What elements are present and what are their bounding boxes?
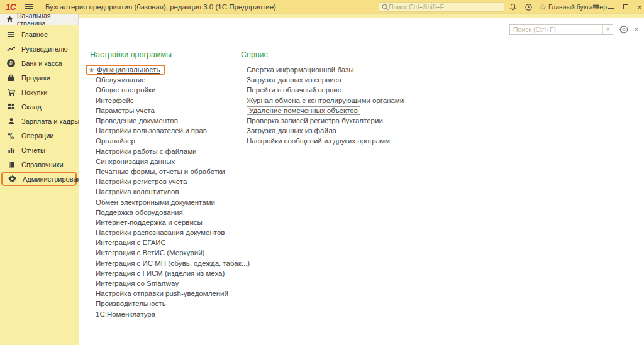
sidebar-item-label: Склад — [21, 103, 42, 111]
link-check-register-records[interactable]: Проверка записей регистра бухгалтерии — [247, 117, 383, 124]
notifications-bell-icon[interactable] — [506, 0, 519, 14]
ruble-coin-icon: ₽ — [6, 58, 16, 68]
sidebar-item-label: Отчеты — [21, 146, 45, 154]
sidebar-item-sales[interactable]: Продажи — [0, 70, 79, 85]
sidebar-item-purchases[interactable]: Покупки — [0, 85, 79, 99]
favorite-star-icon[interactable] — [89, 67, 94, 73]
link-functionality[interactable]: Функциональность — [97, 66, 160, 74]
sidebar-item-label: Операции — [21, 132, 53, 140]
link-load-from-file[interactable]: Загрузка данных из файла — [247, 127, 336, 134]
column-header: Сервис — [241, 50, 404, 59]
link-exchange-journal[interactable]: Журнал обмена с контролирующими органами — [247, 97, 404, 104]
link-edi-exchange[interactable]: Обмен электронными документами — [96, 199, 215, 206]
link-vetis-integration[interactable]: Интеграция с ВетИС (Меркурий) — [96, 249, 204, 256]
panel-search-input[interactable] — [510, 26, 602, 33]
sidebar-item-main[interactable]: Главное — [0, 27, 79, 41]
dt-kt-icon: ДтКт — [6, 131, 16, 140]
link-print-forms[interactable]: Печатные формы, отчеты и обработки — [96, 168, 225, 175]
link-messages-settings[interactable]: Настройки сообщений из других программ — [247, 137, 390, 145]
link-go-to-cloud[interactable]: Перейти в облачный сервис — [247, 86, 341, 94]
clear-search-icon[interactable]: × — [602, 25, 613, 34]
history-icon[interactable] — [521, 0, 535, 14]
home-icon — [6, 16, 13, 23]
link-users-rights[interactable]: Настройки пользователей и прав — [96, 127, 207, 134]
global-search-box[interactable] — [379, 2, 504, 12]
program-settings-column: Настройки программы Функциональность Обс… — [90, 50, 250, 319]
app-window: 1С Бухгалтерия предприятия (базовая), ре… — [0, 0, 644, 345]
panel-settings-gear-icon[interactable] — [618, 24, 630, 35]
home-tab-label: Начальная страница — [17, 12, 78, 27]
sidebar-item-references[interactable]: Справочники — [0, 157, 79, 172]
sidebar-item-salary-hr[interactable]: Зарплата и кадры — [0, 114, 79, 128]
search-icon — [382, 4, 389, 11]
maximize-button[interactable] — [619, 0, 633, 14]
window-title: Бухгалтерия предприятия (базовая), редак… — [45, 3, 276, 11]
sidebar-item-manager[interactable]: Руководителю — [0, 41, 79, 56]
link-egais-integration[interactable]: Интеграция с ЕГАИС — [96, 239, 166, 246]
favorites-star-icon[interactable]: ☆ — [536, 0, 550, 14]
link-interface[interactable]: Интерфейс — [96, 97, 134, 104]
open-windows-strip — [79, 14, 644, 18]
link-delete-marked-objects[interactable]: Удаление помеченных объектов — [247, 106, 360, 115]
service-menu-icon[interactable] — [589, 0, 602, 14]
list-lines-icon — [6, 30, 16, 39]
link-register-settings[interactable]: Настройки регистров учета — [96, 178, 187, 185]
sidebar-item-label: Продажи — [21, 74, 50, 82]
briefcase-icon — [6, 73, 16, 82]
column-header: Настройки программы — [90, 50, 250, 59]
global-search-input[interactable] — [389, 3, 501, 11]
link-file-settings[interactable]: Настройки работы с файлами — [96, 148, 197, 155]
main-menu-icon[interactable] — [25, 4, 33, 9]
link-push-notifications[interactable]: Настройка отправки push-уведомлений — [96, 290, 228, 297]
link-equipment-support[interactable]: Поддержка оборудования — [96, 209, 183, 216]
close-window-button[interactable]: × — [633, 0, 644, 14]
sidebar-item-administration[interactable]: Администрирование — [1, 172, 77, 186]
link-ismp-integration[interactable]: Интеграция с ИС МП (обувь, одежда, табак… — [96, 260, 250, 267]
section-sidebar: Главное Руководителю ₽ Банк и касса Прод… — [0, 25, 79, 345]
sidebar-item-reports[interactable]: Отчеты — [0, 143, 79, 157]
link-organizer[interactable]: Органайзер — [96, 137, 135, 145]
link-smartway-integration[interactable]: Интеграция со Smartway — [96, 280, 179, 287]
link-document-recognition[interactable]: Настройки распознавания документов — [96, 229, 225, 236]
service-column: Сервис Свертка информационной базы Загру… — [241, 50, 404, 146]
panel-search-box[interactable]: × — [509, 24, 613, 35]
sidebar-item-label: Руководителю — [21, 45, 67, 53]
link-load-from-service[interactable]: Загрузка данных из сервиса — [247, 76, 341, 84]
link-internet-support[interactable]: Интернет-поддержка и сервисы — [96, 219, 203, 226]
sidebar-item-bank-cash[interactable]: ₽ Банк и касса — [0, 56, 79, 70]
gear-icon — [7, 174, 18, 183]
trend-up-icon — [6, 44, 16, 53]
bar-chart-icon — [6, 145, 16, 155]
sidebar-item-label: Справочники — [21, 161, 64, 168]
link-1c-nomenclature[interactable]: 1С:Номенклатура — [96, 310, 155, 318]
minimize-button[interactable] — [604, 0, 618, 14]
sidebar-item-label: Покупки — [21, 89, 47, 96]
link-performance[interactable]: Производительность — [96, 300, 166, 307]
book-icon — [6, 160, 16, 169]
cart-icon — [6, 87, 16, 97]
panel-close-icon[interactable]: × — [631, 24, 642, 35]
sidebar-item-label: Банк и касса — [21, 60, 62, 67]
link-general-settings[interactable]: Общие настройки — [96, 86, 155, 94]
link-maintenance[interactable]: Обслуживание — [96, 76, 145, 84]
link-document-posting[interactable]: Проведение документов — [96, 117, 178, 124]
sidebar-item-operations[interactable]: ДтКт Операции — [0, 128, 79, 143]
sidebar-item-label: Главное — [21, 31, 48, 38]
link-data-sync[interactable]: Синхронизация данных — [96, 158, 175, 165]
sidebar-item-warehouse[interactable]: Склад — [0, 99, 79, 114]
sidebar-item-label: Зарплата и кадры — [21, 118, 79, 125]
link-accounting-parameters[interactable]: Параметры учета — [96, 107, 155, 114]
1c-logo-icon: 1С — [6, 2, 16, 12]
highlight-annotation: Функциональность — [86, 65, 165, 75]
person-icon — [6, 116, 16, 126]
link-infobase-collapse[interactable]: Свертка информационной базы — [247, 66, 354, 74]
link-headers-footers[interactable]: Настройка колонтитулов — [96, 188, 179, 195]
tab-home-page[interactable]: Начальная страница — [0, 14, 79, 25]
grid-icon — [6, 102, 16, 111]
link-gism-integration[interactable]: Интеграция с ГИСМ (изделия из меха) — [96, 270, 225, 277]
